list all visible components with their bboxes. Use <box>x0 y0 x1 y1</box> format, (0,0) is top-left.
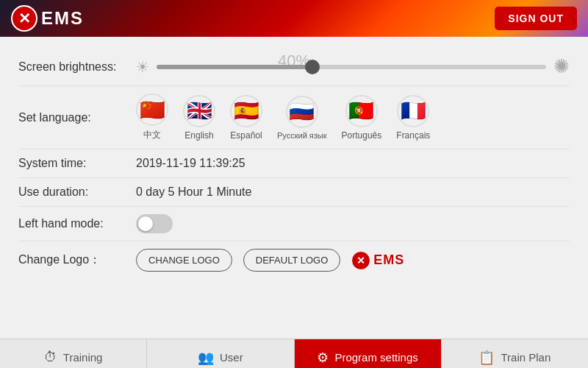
lang-english[interactable]: 🇬🇧 English <box>183 95 215 141</box>
brightness-slider[interactable] <box>157 60 546 74</box>
use-duration-label: Use duration: <box>18 185 136 199</box>
language-row: Set language: 🇨🇳 中文 🇬🇧 English 🇪🇸 Españo… <box>18 86 570 149</box>
left-hand-mode-label: Left hand mode: <box>18 217 136 230</box>
flag-french: 🇫🇷 <box>397 95 429 127</box>
change-logo-button[interactable]: CHANGE LOGO <box>136 249 232 272</box>
ems-x-small-icon: ✕ <box>351 251 370 270</box>
nav-train-plan[interactable]: 📋 Train Plan <box>442 339 588 368</box>
system-time-value: 2019-11-19 11:39:25 <box>136 157 245 170</box>
slider-thumb[interactable] <box>305 60 320 74</box>
bottom-nav: ⏱ Training 👥 User ⚙ Program settings 📋 T… <box>0 339 588 368</box>
lang-portuguese-label: Português <box>342 130 382 141</box>
logo-actions: CHANGE LOGO DEFAULT LOGO ✕ EMS <box>136 249 404 272</box>
default-logo-button[interactable]: DEFAULT LOGO <box>243 249 341 272</box>
left-hand-mode-row: Left hand mode: <box>18 207 570 241</box>
nav-user-label: User <box>220 351 243 364</box>
nav-training-label: Training <box>63 351 103 364</box>
logo-x-icon: ✕ <box>11 5 37 32</box>
nav-program-settings[interactable]: ⚙ Program settings <box>295 339 442 368</box>
flag-chinese: 🇨🇳 <box>136 93 168 126</box>
system-time-label: System time: <box>18 157 136 170</box>
sun-small-icon: ☀ <box>136 58 149 76</box>
flag-portuguese: 🇵🇹 <box>345 95 378 127</box>
brightness-controls: ☀ ✺ <box>136 55 570 78</box>
brightness-label: Screen brightness: <box>18 60 136 74</box>
nav-train-plan-label: Train Plan <box>501 351 551 364</box>
brightness-row: Screen brightness: 40% ☀ ✺ <box>18 48 570 86</box>
lang-spanish-label: Español <box>230 130 262 141</box>
settings-icon: ⚙ <box>317 350 329 366</box>
nav-user[interactable]: 👥 User <box>147 339 294 368</box>
system-time-row: System time: 2019-11-19 11:39:25 <box>18 149 570 178</box>
flag-english: 🇬🇧 <box>183 95 215 127</box>
user-icon: 👥 <box>198 350 214 366</box>
lang-chinese[interactable]: 🇨🇳 中文 <box>136 93 168 141</box>
nav-settings-label: Program settings <box>334 351 417 364</box>
nav-training[interactable]: ⏱ Training <box>0 339 147 368</box>
ems-logo-small: ✕ EMS <box>351 251 404 270</box>
lang-russian-label: Русский язык <box>277 131 327 140</box>
main-content: Screen brightness: 40% ☀ ✺ Set language:… <box>0 37 588 339</box>
ems-text-small: EMS <box>373 252 404 268</box>
change-logo-label: Change Logo： <box>18 252 136 268</box>
use-duration-row: Use duration: 0 day 5 Hour 1 Minute <box>18 178 570 207</box>
lang-chinese-label: 中文 <box>143 129 161 141</box>
slider-track <box>157 65 546 69</box>
language-options: 🇨🇳 中文 🇬🇧 English 🇪🇸 Español 🇷🇺 Русский я… <box>136 93 430 141</box>
logo-text: EMS <box>41 8 84 29</box>
train-plan-icon: 📋 <box>478 350 495 366</box>
lang-french-label: Français <box>396 130 430 141</box>
logo-area: ✕ EMS <box>11 5 84 32</box>
flag-russian: 🇷🇺 <box>286 96 318 128</box>
flag-spanish: 🇪🇸 <box>230 95 262 127</box>
left-hand-mode-toggle[interactable] <box>136 214 173 233</box>
use-duration-value: 0 day 5 Hour 1 Minute <box>136 185 251 199</box>
sun-large-icon: ✺ <box>553 55 570 78</box>
lang-russian[interactable]: 🇷🇺 Русский язык <box>277 96 327 140</box>
sign-out-button[interactable]: SIGN OUT <box>495 7 577 30</box>
training-icon: ⏱ <box>44 350 57 365</box>
lang-portuguese[interactable]: 🇵🇹 Português <box>342 95 382 141</box>
change-logo-row: Change Logo： CHANGE LOGO DEFAULT LOGO ✕ … <box>18 241 570 279</box>
header: ✕ EMS SIGN OUT <box>0 0 588 37</box>
lang-spanish[interactable]: 🇪🇸 Español <box>230 95 262 141</box>
language-label: Set language: <box>18 111 136 124</box>
lang-english-label: English <box>184 130 213 141</box>
lang-french[interactable]: 🇫🇷 Français <box>396 95 430 141</box>
toggle-thumb <box>138 216 153 231</box>
